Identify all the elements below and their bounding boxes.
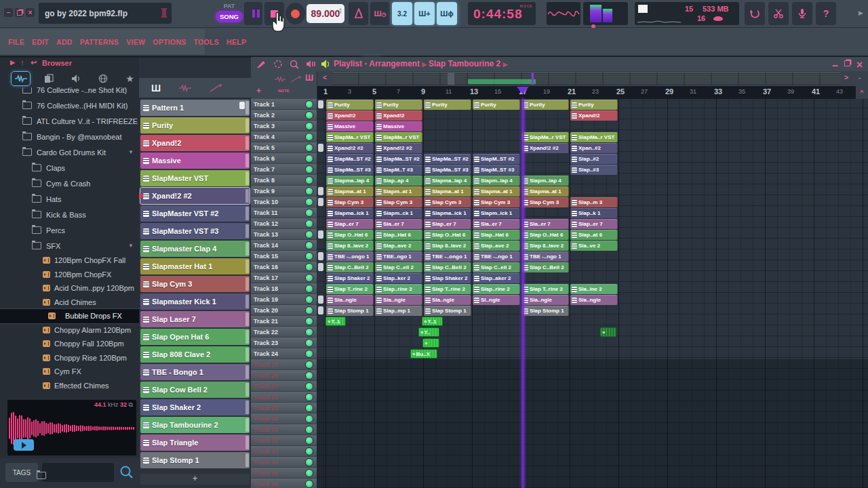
pattern-clip[interactable]: Slapma..ick 1 bbox=[326, 208, 374, 218]
track-mute-dot[interactable] bbox=[305, 328, 313, 336]
pattern-clip[interactable]: SlapM..ST #3 bbox=[473, 165, 520, 175]
browser-item[interactable]: Cym FX bbox=[0, 365, 139, 379]
up-icon[interactable]: ↑ bbox=[20, 58, 24, 66]
pattern-clip[interactable]: Slap..rine 2 bbox=[375, 284, 422, 294]
track-mute-dot[interactable] bbox=[305, 371, 313, 380]
pattern-clip[interactable]: SlapMa..r VST bbox=[375, 132, 422, 142]
pattern-clip[interactable]: Sla..ngle bbox=[570, 295, 618, 305]
pattern-clip[interactable]: Slap O..Hat 6 bbox=[424, 230, 471, 240]
pattern-clip[interactable]: Slap..Hat 6 bbox=[473, 230, 520, 240]
close-button[interactable]: × bbox=[26, 8, 35, 17]
pattern-item[interactable]: Slap Cow Bell 2 bbox=[140, 382, 250, 398]
track-mute-dot[interactable] bbox=[305, 274, 313, 282]
zoom-tool-icon[interactable] bbox=[290, 60, 299, 69]
tab-sounds-icon[interactable] bbox=[66, 72, 85, 85]
browser-item[interactable]: Choppy Fall 120Bpm bbox=[0, 337, 139, 351]
pattern-clip[interactable]: TBE -..ngo 1 bbox=[473, 251, 520, 262]
pattern-clip[interactable]: Slapma..at 1 bbox=[521, 186, 569, 197]
pattern-clip[interactable]: Slap Stomp 1 bbox=[521, 306, 569, 316]
pattern-item[interactable]: Slap Open Hat 6 bbox=[140, 329, 250, 345]
pattern-clip[interactable]: Slapma..ick 1 bbox=[424, 208, 471, 218]
pattern-clip[interactable]: Slap Cym 3 bbox=[424, 197, 471, 207]
overdub-button[interactable]: Ш+ bbox=[414, 2, 435, 25]
pattern-clip[interactable]: Slap..k 1 bbox=[570, 208, 618, 218]
menu-item-add[interactable]: ADD bbox=[56, 38, 73, 46]
pattern-clip[interactable]: Slapma..at 1 bbox=[473, 186, 520, 197]
track-mute-dot[interactable] bbox=[305, 436, 313, 445]
track-mute-dot[interactable] bbox=[305, 393, 313, 401]
pattern-item[interactable]: TBE - Bongo 1 bbox=[140, 364, 250, 380]
pattern-clip[interactable]: Slap..ker 2 bbox=[375, 273, 422, 283]
playback-speaker-icon[interactable] bbox=[321, 59, 331, 69]
tab-files-icon[interactable] bbox=[39, 72, 58, 85]
browser-item[interactable]: ATL Culture V..it - TRIFREEZE bbox=[0, 113, 139, 129]
pattern-clip[interactable]: Xpand!2 #2 bbox=[375, 143, 422, 153]
pattern-clip[interactable]: Xpand!2 bbox=[570, 110, 618, 121]
pattern-item[interactable]: Slap Stomp 1 bbox=[140, 452, 250, 468]
track-mute-dot[interactable] bbox=[305, 176, 313, 184]
browser-item[interactable]: Claps bbox=[0, 160, 139, 176]
track-marker[interactable] bbox=[318, 296, 323, 304]
pattern-clip[interactable]: TBE..ngo 1 bbox=[375, 251, 422, 262]
corner-patterns-icon[interactable]: Ш bbox=[305, 73, 313, 83]
pattern-item[interactable]: Slapmaster Kick 1 bbox=[140, 293, 250, 310]
tab-audio-icon[interactable] bbox=[178, 84, 192, 92]
tab-patterns-icon[interactable]: Ш bbox=[151, 83, 161, 94]
pattern-clip[interactable]: SlapMa..r VST bbox=[570, 132, 618, 142]
play-pause-button[interactable] bbox=[244, 2, 262, 25]
pattern-clip[interactable]: Massive bbox=[326, 121, 374, 131]
pattern-clip[interactable]: Slapm..ck 1 bbox=[375, 208, 422, 218]
pattern-clip[interactable]: Slap C..ell 2 bbox=[375, 262, 422, 272]
metronome-button[interactable] bbox=[349, 2, 368, 25]
track-mute-dot[interactable] bbox=[305, 165, 313, 174]
pattern-item[interactable]: SlapMaster VST #2 bbox=[140, 205, 250, 222]
pattern-clip[interactable]: Slap..ap 4 bbox=[375, 176, 422, 186]
navigator-handle[interactable] bbox=[448, 73, 454, 85]
pattern-clip[interactable]: Xpand!2 bbox=[375, 110, 422, 121]
bpm-display[interactable]: 89.000 ▲▼ bbox=[307, 4, 344, 23]
track-mute-dot[interactable] bbox=[305, 404, 313, 412]
pattern-clip[interactable]: Sla..ngle bbox=[424, 295, 471, 305]
pattern-clip[interactable]: Slapma..lap 4 bbox=[424, 176, 471, 186]
navigator-left-arrow[interactable]: < bbox=[323, 74, 327, 81]
pattern-clip[interactable]: Slap Cym 3 bbox=[375, 197, 422, 207]
pattern-clip[interactable]: SlapM..ST #2 bbox=[473, 154, 520, 164]
browser-item[interactable]: Bangin - By @maxnobeat bbox=[0, 129, 139, 144]
pattern-clip[interactable]: Sl..ngle bbox=[473, 295, 520, 305]
pattern-clip[interactable]: SlapMa..ST #2 bbox=[375, 154, 422, 164]
expand-icon[interactable]: ▶ bbox=[10, 59, 15, 66]
pattern-item[interactable]: Slap Laser 7 bbox=[140, 311, 250, 327]
help-button[interactable]: ? bbox=[816, 2, 836, 25]
pattern-item[interactable]: Slapmaster Clap 4 bbox=[140, 241, 250, 257]
pattern-clip[interactable]: Slapma..at 1 bbox=[326, 186, 374, 197]
pattern-clip[interactable]: Slap..mp 1 bbox=[375, 306, 422, 316]
playlist-close-button[interactable]: × bbox=[856, 59, 863, 71]
pattern-clip[interactable]: Slap 8..lave 2 bbox=[326, 241, 374, 251]
menu-item-edit[interactable]: EDIT bbox=[32, 38, 49, 46]
track-mute-dot[interactable] bbox=[305, 285, 313, 293]
pattern-clip[interactable]: Slap Cym 3 bbox=[521, 197, 569, 207]
select-tool-icon[interactable] bbox=[273, 60, 283, 68]
pattern-clip[interactable]: Slap..er 7 bbox=[424, 219, 471, 229]
track-mute-dot[interactable] bbox=[305, 230, 313, 239]
loop-record-button[interactable]: Шϕ bbox=[437, 2, 457, 25]
browser-item[interactable]: Percs bbox=[0, 222, 139, 238]
track-marker[interactable] bbox=[318, 144, 323, 152]
browser-item[interactable]: Acid Chim..ppy 120Bpm bbox=[0, 281, 139, 296]
back-icon[interactable]: ↩ bbox=[31, 58, 37, 67]
pattern-clip[interactable]: Sla..ngle bbox=[375, 295, 422, 305]
pattern-clip[interactable]: SlapMa..r VST bbox=[326, 132, 374, 142]
playlist-scroll-up[interactable]: ^ bbox=[856, 86, 868, 99]
track-mute-dot[interactable] bbox=[305, 187, 313, 195]
track-marker[interactable] bbox=[318, 263, 323, 271]
track-marker[interactable] bbox=[318, 252, 323, 260]
navigator-strip[interactable] bbox=[332, 73, 841, 85]
pattern-clip[interactable]: SlapMa..ST #3 bbox=[326, 165, 374, 175]
pattern-clip[interactable]: TBE -..ngo 1 bbox=[521, 251, 569, 262]
pattern-clip[interactable]: Slap..m 3 bbox=[570, 197, 618, 207]
bpm-spinner[interactable]: ▲▼ bbox=[338, 7, 342, 15]
pattern-clip[interactable]: Sla..ngle bbox=[521, 295, 569, 305]
track-mute-dot[interactable] bbox=[305, 144, 313, 152]
browser-item[interactable]: 120Bpm ChopFX Fall bbox=[0, 253, 139, 268]
menu-item-file[interactable]: FILE bbox=[8, 38, 24, 46]
